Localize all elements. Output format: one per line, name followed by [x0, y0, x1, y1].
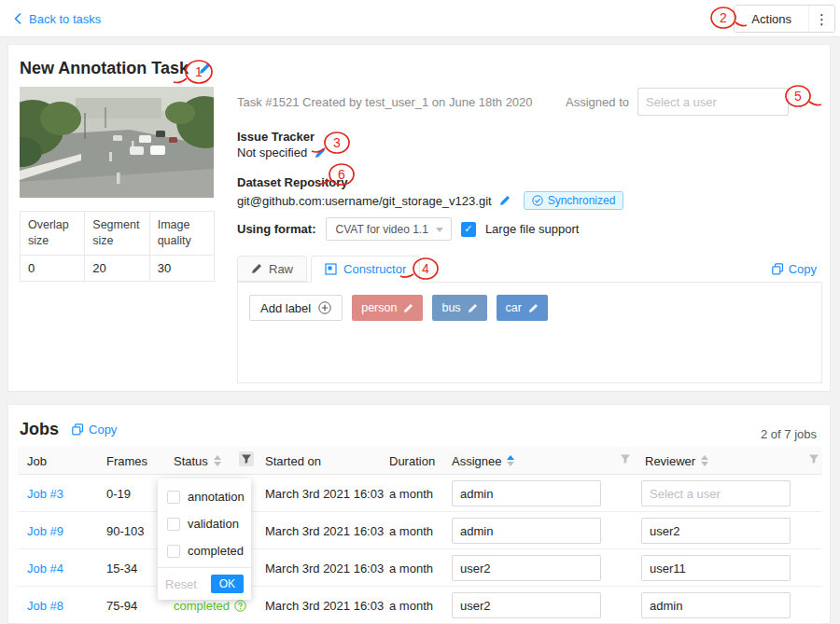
back-label: Back to tasks [29, 12, 101, 26]
table-row: Job #3 0-19 March 3rd 2021 16:03 a month [18, 475, 822, 512]
label-tag-person[interactable]: person [352, 295, 423, 321]
issue-tracker-value-row: Not specified [237, 146, 326, 159]
copy-icon [772, 263, 784, 275]
duration-cell: a month [389, 549, 433, 587]
col-assignee: Assignee [452, 447, 514, 475]
filter-reviewer-icon[interactable] [808, 453, 819, 465]
issue-tracker-label: Issue Tracker [237, 130, 315, 144]
job-link[interactable]: Job #9 [27, 512, 63, 549]
assignee-input[interactable] [452, 592, 601, 618]
jobs-title: Jobs [20, 420, 59, 439]
chevron-down-icon [436, 228, 443, 232]
edit-label-icon[interactable] [528, 303, 539, 313]
checkbox-icon[interactable] [167, 491, 180, 504]
kebab-icon: ⋮ [815, 11, 829, 27]
filter-assignee-icon[interactable] [620, 453, 631, 465]
duration-cell: a month [389, 587, 433, 624]
labels-constructor-panel: Add label person bus car [237, 282, 822, 383]
started-cell: March 3rd 2021 16:03 [265, 475, 384, 512]
started-cell: March 3rd 2021 16:03 [265, 549, 384, 587]
check-circle-icon [532, 195, 543, 206]
status-filter-menu: annotation validation completed Reset OK [158, 478, 251, 600]
sync-status-badge[interactable]: Synchronized [524, 191, 624, 210]
block-icon [325, 263, 337, 275]
col-reviewer: Reviewer [645, 447, 708, 475]
tab-constructor[interactable]: Constructor [311, 256, 420, 283]
task-params-table: Overlap size Segment size Image quality … [20, 211, 215, 282]
task-title-row: New Annotation Task [20, 59, 211, 78]
param-header-overlap: Overlap size [21, 212, 85, 256]
param-header-quality: Image quality [149, 212, 214, 256]
frames-cell: 15-34 [106, 549, 137, 587]
large-file-checkbox[interactable]: ✓ [461, 222, 476, 237]
copy-labels-link[interactable]: Copy [772, 262, 817, 276]
label-tag-bus[interactable]: bus [432, 295, 486, 321]
using-format-label: Using format: [237, 222, 316, 236]
filter-option-label: annotation [188, 490, 245, 504]
sort-status-icon[interactable] [214, 455, 221, 466]
duration-cell: a month [389, 475, 433, 512]
frames-cell: 75-94 [106, 587, 137, 624]
table-row: Job #4 15-34 March 3rd 2021 16:03 a mont… [18, 549, 822, 587]
col-started: Started on [265, 447, 321, 475]
back-to-tasks-link[interactable]: Back to tasks [13, 0, 101, 37]
edit-label-icon[interactable] [468, 303, 478, 313]
copy-icon [72, 423, 84, 436]
reviewer-input[interactable] [641, 555, 791, 581]
reviewer-input[interactable] [641, 480, 791, 506]
reviewer-input[interactable] [641, 592, 791, 618]
plus-circle-icon [318, 301, 331, 314]
filter-option-label: validation [188, 517, 239, 531]
filter-reset-button[interactable]: Reset [165, 577, 197, 591]
assignee-input[interactable] [452, 555, 601, 581]
copy-jobs-link[interactable]: Copy [72, 423, 117, 437]
actions-more-button[interactable]: ⋮ [808, 6, 834, 32]
format-select[interactable]: CVAT for video 1.1 [326, 217, 452, 241]
traffic-scene [20, 87, 214, 198]
jobs-table-header: Job Frames Status Started on Duration As… [18, 447, 822, 475]
large-file-label: Large file support [485, 222, 579, 236]
assignee-input[interactable] [452, 480, 601, 506]
col-status: Status [174, 447, 221, 475]
filter-option-label: completed [188, 544, 244, 558]
actions-button[interactable]: Actions [735, 6, 808, 32]
add-label-button[interactable]: Add label [249, 295, 343, 321]
filter-option-annotation[interactable]: annotation [158, 483, 251, 510]
param-value-quality: 30 [149, 255, 214, 281]
col-frames: Frames [106, 447, 147, 475]
checkbox-icon[interactable] [167, 518, 180, 531]
assigned-to-block: Assigned to [566, 88, 789, 116]
sort-reviewer-icon[interactable] [701, 455, 708, 466]
job-link[interactable]: Job #8 [27, 587, 63, 624]
dataset-repository-label: Dataset Repository [237, 175, 347, 189]
tab-raw[interactable]: Raw [237, 256, 307, 282]
job-link[interactable]: Job #4 [27, 549, 63, 587]
edit-title-icon[interactable] [199, 62, 211, 75]
question-circle-icon [234, 600, 246, 612]
edit-label-icon[interactable] [403, 303, 413, 313]
filter-status-icon[interactable] [239, 451, 254, 466]
assignee-input[interactable] [452, 518, 601, 544]
label-tag-person-text: person [361, 301, 397, 314]
copy-jobs-label: Copy [89, 423, 117, 437]
filter-option-validation[interactable]: validation [158, 510, 251, 537]
jobs-card: Jobs Copy 2 of 7 jobs Job Frames Status … [7, 404, 831, 624]
checkbox-icon[interactable] [167, 545, 180, 558]
filter-option-completed[interactable]: completed [158, 537, 251, 564]
table-row: Job #9 90-103 March 3rd 2021 16:03 a mon… [18, 512, 822, 549]
assigned-to-input[interactable] [637, 88, 789, 116]
edit-issue-tracker-icon[interactable] [315, 147, 326, 159]
label-tag-car[interactable]: car [497, 295, 548, 321]
sort-assignee-icon[interactable] [507, 455, 514, 466]
duration-cell: a month [389, 512, 433, 549]
col-duration: Duration [389, 447, 435, 475]
param-header-segment: Segment size [85, 212, 149, 256]
job-link[interactable]: Job #3 [27, 475, 63, 512]
filter-ok-button[interactable]: OK [211, 575, 244, 593]
label-tag-car-text: car [506, 301, 522, 314]
tab-constructor-label: Constructor [343, 262, 406, 276]
tab-raw-label: Raw [269, 262, 293, 276]
reviewer-input[interactable] [641, 518, 791, 544]
filter-footer: Reset OK [158, 567, 251, 600]
edit-repository-icon[interactable] [499, 195, 511, 206]
